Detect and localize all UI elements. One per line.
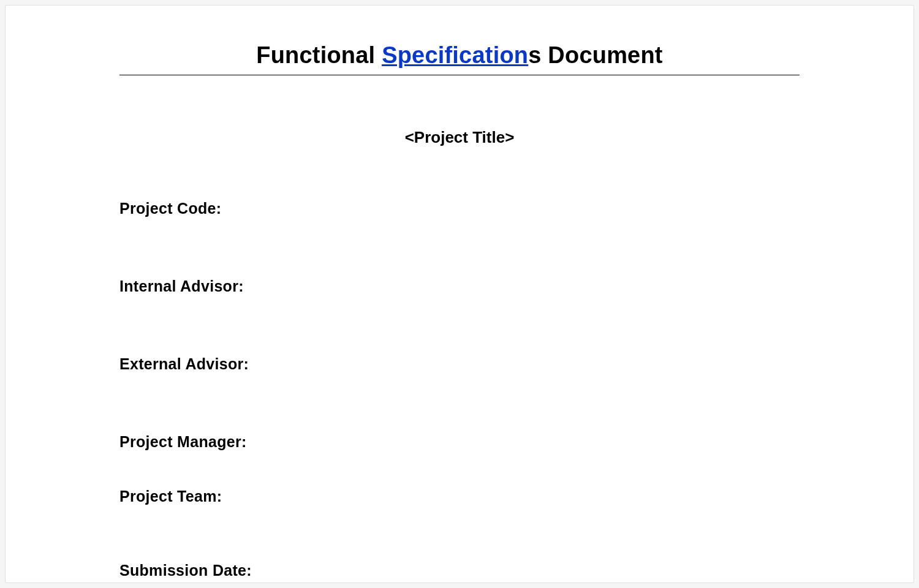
project-team-label: Project Team: <box>119 488 800 505</box>
project-title-placeholder: <Project Title> <box>119 128 800 147</box>
document-page: Functional Specifications Document <Proj… <box>5 5 914 583</box>
external-advisor-label: External Advisor: <box>119 355 800 373</box>
title-part2: s Document <box>528 42 662 68</box>
project-manager-label: Project Manager: <box>119 433 800 451</box>
title-part1: Functional <box>256 42 382 68</box>
internal-advisor-label: Internal Advisor: <box>119 277 800 295</box>
project-code-label: Project Code: <box>119 200 800 217</box>
submission-date-label: Submission Date: <box>119 562 800 579</box>
document-title: Functional Specifications Document <box>119 42 800 75</box>
title-link[interactable]: Specification <box>382 42 528 68</box>
